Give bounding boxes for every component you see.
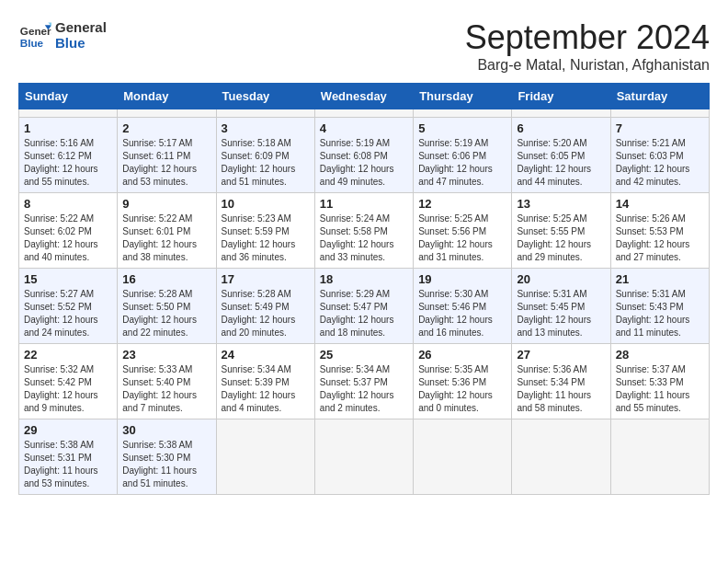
day-number: 1 xyxy=(24,121,112,135)
day-cell: 16Sunrise: 5:28 AMSunset: 5:50 PMDayligh… xyxy=(118,269,216,344)
day-cell: 9Sunrise: 5:22 AMSunset: 6:01 PMDaylight… xyxy=(118,193,216,269)
day-info: Sunrise: 5:17 AMSunset: 6:11 PMDaylight:… xyxy=(122,137,210,189)
day-number: 22 xyxy=(24,348,112,362)
svg-text:Blue: Blue xyxy=(20,37,44,49)
weekday-header: Wednesday xyxy=(314,84,413,109)
day-number: 10 xyxy=(222,197,310,211)
empty-day-cell xyxy=(216,109,314,118)
day-cell: 26Sunrise: 5:35 AMSunset: 5:36 PMDayligh… xyxy=(414,344,512,419)
weekday-header: Friday xyxy=(512,84,610,109)
location-title: Barg-e Matal, Nuristan, Afghanistan xyxy=(465,57,710,74)
calendar-table: SundayMondayTuesdayWednesdayThursdayFrid… xyxy=(18,83,710,495)
day-cell: 18Sunrise: 5:29 AMSunset: 5:47 PMDayligh… xyxy=(314,269,413,344)
day-info: Sunrise: 5:26 AMSunset: 5:53 PMDaylight:… xyxy=(616,213,704,264)
day-cell: 23Sunrise: 5:33 AMSunset: 5:40 PMDayligh… xyxy=(118,344,216,419)
day-number: 28 xyxy=(616,348,704,362)
day-number: 24 xyxy=(222,348,310,362)
day-info: Sunrise: 5:36 AMSunset: 5:34 PMDaylight:… xyxy=(517,363,605,415)
day-info: Sunrise: 5:28 AMSunset: 5:49 PMDaylight:… xyxy=(222,288,310,339)
day-info: Sunrise: 5:38 AMSunset: 5:31 PMDaylight:… xyxy=(24,439,112,490)
day-number: 25 xyxy=(320,348,408,362)
day-number: 18 xyxy=(320,272,408,286)
day-info: Sunrise: 5:20 AMSunset: 6:05 PMDaylight:… xyxy=(517,137,605,189)
day-number: 26 xyxy=(418,348,506,362)
weekday-header-row: SundayMondayTuesdayWednesdayThursdayFrid… xyxy=(19,84,710,109)
calendar-week-row: 22Sunrise: 5:32 AMSunset: 5:42 PMDayligh… xyxy=(19,344,710,419)
calendar-week-row: 29Sunrise: 5:38 AMSunset: 5:31 PMDayligh… xyxy=(19,419,710,495)
day-info: Sunrise: 5:31 AMSunset: 5:43 PMDaylight:… xyxy=(616,288,704,339)
day-cell: 3Sunrise: 5:18 AMSunset: 6:09 PMDaylight… xyxy=(216,118,314,193)
calendar-week-row: 15Sunrise: 5:27 AMSunset: 5:52 PMDayligh… xyxy=(19,269,710,344)
day-info: Sunrise: 5:32 AMSunset: 5:42 PMDaylight:… xyxy=(24,363,112,415)
day-cell: 20Sunrise: 5:31 AMSunset: 5:45 PMDayligh… xyxy=(512,269,610,344)
weekday-header: Saturday xyxy=(610,84,709,109)
logo-text-line2: Blue xyxy=(55,35,107,51)
day-number: 11 xyxy=(320,197,408,211)
day-info: Sunrise: 5:25 AMSunset: 5:56 PMDaylight:… xyxy=(418,213,506,264)
day-number: 12 xyxy=(418,197,506,211)
day-info: Sunrise: 5:19 AMSunset: 6:06 PMDaylight:… xyxy=(418,137,506,189)
day-cell: 27Sunrise: 5:36 AMSunset: 5:34 PMDayligh… xyxy=(512,344,610,419)
day-cell: 22Sunrise: 5:32 AMSunset: 5:42 PMDayligh… xyxy=(19,344,118,419)
day-cell: 2Sunrise: 5:17 AMSunset: 6:11 PMDaylight… xyxy=(118,118,216,193)
day-number: 27 xyxy=(517,348,605,362)
day-info: Sunrise: 5:37 AMSunset: 5:33 PMDaylight:… xyxy=(616,363,704,415)
day-number: 17 xyxy=(222,272,310,286)
day-number: 7 xyxy=(616,121,704,135)
day-cell: 30Sunrise: 5:38 AMSunset: 5:30 PMDayligh… xyxy=(118,419,216,495)
empty-day-cell xyxy=(414,109,512,118)
calendar-week-row: 8Sunrise: 5:22 AMSunset: 6:02 PMDaylight… xyxy=(19,193,710,269)
logo-icon: General Blue xyxy=(18,18,51,52)
empty-day-cell xyxy=(512,419,610,495)
day-cell: 12Sunrise: 5:25 AMSunset: 5:56 PMDayligh… xyxy=(414,193,512,269)
day-number: 15 xyxy=(24,272,112,286)
calendar-week-row: 1Sunrise: 5:16 AMSunset: 6:12 PMDaylight… xyxy=(19,118,710,193)
day-cell: 6Sunrise: 5:20 AMSunset: 6:05 PMDaylight… xyxy=(512,118,610,193)
weekday-header: Monday xyxy=(118,84,216,109)
empty-day-cell xyxy=(19,109,118,118)
day-number: 9 xyxy=(122,197,210,211)
empty-day-cell xyxy=(216,419,314,495)
day-number: 2 xyxy=(122,121,210,135)
title-area: September 2024 Barg-e Matal, Nuristan, A… xyxy=(465,18,710,74)
day-info: Sunrise: 5:31 AMSunset: 5:45 PMDaylight:… xyxy=(517,288,605,339)
day-cell: 10Sunrise: 5:23 AMSunset: 5:59 PMDayligh… xyxy=(216,193,314,269)
day-info: Sunrise: 5:25 AMSunset: 5:55 PMDaylight:… xyxy=(517,213,605,264)
day-number: 8 xyxy=(24,197,112,211)
day-cell: 11Sunrise: 5:24 AMSunset: 5:58 PMDayligh… xyxy=(314,193,413,269)
day-number: 21 xyxy=(616,272,704,286)
empty-day-cell xyxy=(118,109,216,118)
calendar-week-row xyxy=(19,109,710,118)
day-cell: 7Sunrise: 5:21 AMSunset: 6:03 PMDaylight… xyxy=(610,118,709,193)
day-number: 23 xyxy=(122,348,210,362)
day-info: Sunrise: 5:23 AMSunset: 5:59 PMDaylight:… xyxy=(222,213,310,264)
day-cell: 24Sunrise: 5:34 AMSunset: 5:39 PMDayligh… xyxy=(216,344,314,419)
day-cell: 8Sunrise: 5:22 AMSunset: 6:02 PMDaylight… xyxy=(19,193,118,269)
day-cell: 19Sunrise: 5:30 AMSunset: 5:46 PMDayligh… xyxy=(414,269,512,344)
day-info: Sunrise: 5:22 AMSunset: 6:02 PMDaylight:… xyxy=(24,213,112,264)
day-number: 13 xyxy=(517,197,605,211)
weekday-header: Thursday xyxy=(414,84,512,109)
day-info: Sunrise: 5:24 AMSunset: 5:58 PMDaylight:… xyxy=(320,213,408,264)
day-info: Sunrise: 5:34 AMSunset: 5:37 PMDaylight:… xyxy=(320,363,408,415)
month-title: September 2024 xyxy=(465,18,710,57)
day-info: Sunrise: 5:30 AMSunset: 5:46 PMDaylight:… xyxy=(418,288,506,339)
day-number: 16 xyxy=(122,272,210,286)
empty-day-cell xyxy=(610,109,709,118)
day-cell: 28Sunrise: 5:37 AMSunset: 5:33 PMDayligh… xyxy=(610,344,709,419)
day-info: Sunrise: 5:33 AMSunset: 5:40 PMDaylight:… xyxy=(122,363,210,415)
day-info: Sunrise: 5:38 AMSunset: 5:30 PMDaylight:… xyxy=(122,439,210,490)
day-number: 19 xyxy=(418,272,506,286)
day-cell: 14Sunrise: 5:26 AMSunset: 5:53 PMDayligh… xyxy=(610,193,709,269)
empty-day-cell xyxy=(414,419,512,495)
day-info: Sunrise: 5:27 AMSunset: 5:52 PMDaylight:… xyxy=(24,288,112,339)
day-info: Sunrise: 5:34 AMSunset: 5:39 PMDaylight:… xyxy=(222,363,310,415)
day-number: 3 xyxy=(222,121,310,135)
day-number: 20 xyxy=(517,272,605,286)
day-number: 29 xyxy=(24,423,112,437)
day-info: Sunrise: 5:18 AMSunset: 6:09 PMDaylight:… xyxy=(222,137,310,189)
weekday-header: Sunday xyxy=(19,84,118,109)
empty-day-cell xyxy=(314,419,413,495)
weekday-header: Tuesday xyxy=(216,84,314,109)
day-info: Sunrise: 5:16 AMSunset: 6:12 PMDaylight:… xyxy=(24,137,112,189)
